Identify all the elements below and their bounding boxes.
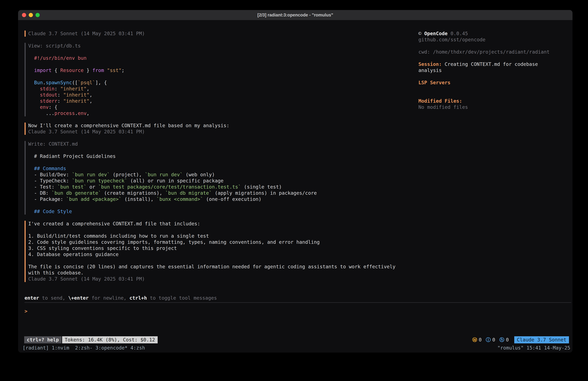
warning-circle-icon: Ⓦ <box>472 337 477 343</box>
text-line: enter to send, \+enter for newline, ctrl… <box>24 295 572 301</box>
assistant-meta-block: Claude 3.7 Sonnet (14 May 2025 03:41 PM) <box>24 30 419 37</box>
text-line: 2. Code style guidelines covering import… <box>28 239 419 245</box>
text-line: ...process.env, <box>28 110 419 116</box>
text-line: LSP Servers <box>419 80 567 86</box>
diagnostics-hints: ⓗ 0 <box>499 337 509 343</box>
text-line <box>419 86 567 92</box>
tmux-status-bar: [radiant] 1:nvim 2:zsh- 3:opencode* 4:zs… <box>18 345 572 353</box>
model-chip[interactable]: Claude 3.7 Sonnet <box>514 336 569 343</box>
text-line <box>28 159 419 165</box>
tokens-cost-chip: Tokens: 16.4K (8%), Cost: $0.12 <box>62 336 158 343</box>
window-title: [2/3] radiant:3:opencode - "romulus" <box>257 13 333 18</box>
status-bar: ctrl+? help Tokens: 16.4K (8%), Cost: $0… <box>18 336 572 345</box>
text-line: 1. Build/lint/test commands including ho… <box>28 233 419 239</box>
text-line: Now I'll create a comprehensive CONTEXT.… <box>28 123 419 129</box>
text-line: #!/usr/bin/env bun <box>28 55 419 61</box>
text-line: Bun.spawnSync([`psql`], { <box>28 80 419 86</box>
text-line: ## Code Style <box>28 208 419 215</box>
text-line <box>419 43 567 49</box>
tmux-session-windows: [radiant] 1:nvim 2:zsh- 3:opencode* 4:zs… <box>22 345 145 351</box>
tmux-host-clock: "romulus" 15:41 14-May-25 <box>497 345 570 351</box>
text-line: I've created a comprehensive CONTEXT.md … <box>28 221 419 227</box>
chat-transcript: Claude 3.7 Sonnet (14 May 2025 03:41 PM)… <box>18 30 419 288</box>
tool-write-block: Write: CONTEXT.md # Radiant Project Guid… <box>24 141 419 215</box>
keybind-help: enter to send, \+enter for newline, ctrl… <box>24 295 572 301</box>
text-line: 4. Database operations guidance <box>28 251 419 257</box>
text-line: - Package: `bun add <package>` (install)… <box>28 196 419 202</box>
text-line: Session: Creating CONTEXT.md for codebas… <box>419 61 567 67</box>
help-shortcut-chip[interactable]: ctrl+? help <box>24 336 62 343</box>
traffic-lights <box>22 10 40 20</box>
text-line <box>419 92 567 98</box>
assistant-message-block-1: Now I'll create a comprehensive CONTEXT.… <box>24 123 419 135</box>
text-line: - TypeCheck: `bun run typecheck` (all) o… <box>28 178 419 184</box>
diagnostics-warnings: Ⓦ 0 <box>472 337 482 343</box>
text-line: © OpenCode 0.0.45 <box>419 30 567 37</box>
hint-circle-icon: ⓗ <box>499 337 504 343</box>
prompt-input[interactable]: > <box>18 303 572 336</box>
warning-count: 0 <box>479 337 482 343</box>
text-line <box>28 61 419 67</box>
text-line: github.com/sst/opencode <box>419 37 567 43</box>
text-line: The file is concise (20 lines) and captu… <box>28 264 419 270</box>
text-line: No modified files <box>419 104 567 110</box>
text-line: with this codebase. <box>28 270 419 276</box>
text-line: 3. CSS styling conventions specific to t… <box>28 245 419 251</box>
text-line: Write: CONTEXT.md <box>28 141 419 147</box>
text-line: - Test: `bun test` or `bun test packages… <box>28 184 419 190</box>
text-line <box>28 227 419 233</box>
text-line: analysis <box>419 67 567 73</box>
text-line: Modified Files: <box>419 98 567 104</box>
text-line: Claude 3.7 Sonnet (14 May 2025 03:41 PM) <box>28 129 419 135</box>
zoom-window-button[interactable] <box>36 13 40 17</box>
session-sidebar: © OpenCode 0.0.45github.com/sst/opencode… <box>419 30 572 288</box>
text-line: env: { <box>28 104 419 110</box>
close-window-button[interactable] <box>22 13 26 17</box>
window-titlebar[interactable]: [2/3] radiant:3:opencode - "romulus" <box>18 10 572 20</box>
diagnostics-info: ⓘ 0 <box>486 337 495 343</box>
text-line <box>28 202 419 208</box>
text-line: - DB: `bun db generate` (create migratio… <box>28 190 419 196</box>
text-line <box>28 257 419 264</box>
tool-view-block: View: script/db.ts #!/usr/bin/env bun im… <box>24 43 419 116</box>
text-line <box>419 55 567 61</box>
terminal-content: Claude 3.7 Sonnet (14 May 2025 03:41 PM)… <box>18 20 572 353</box>
text-line <box>28 73 419 80</box>
text-line: stdout: "inherit", <box>28 92 419 98</box>
text-line: Claude 3.7 Sonnet (14 May 2025 03:41 PM) <box>28 30 419 37</box>
assistant-message-block-2: I've created a comprehensive CONTEXT.md … <box>24 221 419 282</box>
text-line <box>28 147 419 153</box>
text-line <box>419 73 567 80</box>
text-line: import { Resource } from "sst"; <box>28 67 419 73</box>
text-line: Claude 3.7 Sonnet (14 May 2025 03:41 PM) <box>28 276 419 282</box>
terminal-window: [2/3] radiant:3:opencode - "romulus" Cla… <box>18 10 572 353</box>
text-line <box>28 49 419 55</box>
hint-count: 0 <box>506 337 509 343</box>
text-line: stdin: "inherit", <box>28 86 419 92</box>
text-line: View: script/db.ts <box>28 43 419 49</box>
text-line: stderr: "inherit", <box>28 98 419 104</box>
text-line: # Radiant Project Guidelines <box>28 153 419 159</box>
chat-and-sidebar-row: Claude 3.7 Sonnet (14 May 2025 03:41 PM)… <box>18 20 572 288</box>
text-line: cwd: /home/thdxr/dev/projects/radiant/ra… <box>419 49 567 55</box>
prompt-caret: > <box>24 308 27 314</box>
text-line: - Build/Dev: `bun run dev` (project), `b… <box>28 172 419 178</box>
minimize-window-button[interactable] <box>29 13 33 17</box>
text-line: ## Commands <box>28 165 419 172</box>
info-count: 0 <box>492 337 495 343</box>
info-circle-icon: ⓘ <box>486 337 491 343</box>
